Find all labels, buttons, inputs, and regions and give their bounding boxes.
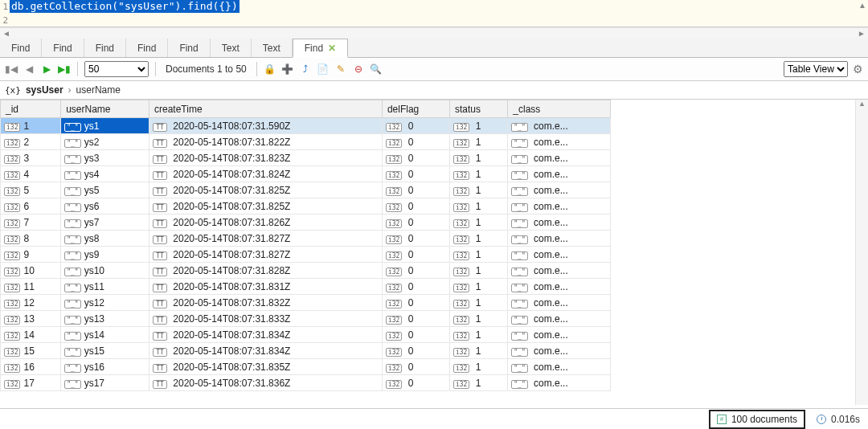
tab-find-3[interactable]: Find [126, 39, 168, 57]
table-row[interactable]: i328"_"ys8TT 2020-05-14T08:07:31.827Zi32… [1, 231, 611, 247]
type-badge-int: i32 [386, 364, 402, 373]
prev-page-button[interactable]: ◀ [23, 63, 35, 76]
type-badge-int: i32 [453, 316, 469, 325]
type-badge-int: i32 [453, 123, 469, 132]
table-row[interactable]: i322"_"ys2TT 2020-05-14T08:07:31.822Zi32… [1, 134, 611, 150]
type-badge-str: "_" [64, 284, 80, 292]
type-badge-int: i32 [4, 235, 20, 244]
type-badge-int: i32 [453, 235, 469, 244]
object-icon: {x} [5, 85, 21, 96]
type-badge-int: i32 [453, 284, 469, 292]
search-icon[interactable]: 🔍 [370, 63, 383, 76]
breadcrumb-field[interactable]: userName [76, 84, 121, 96]
type-badge-int: i32 [386, 268, 402, 276]
clock-icon [817, 415, 826, 424]
tab-find-0[interactable]: Find [0, 39, 42, 57]
edit-icon[interactable]: ✎ [334, 63, 347, 76]
table-row[interactable]: i3211"_"ys11TT 2020-05-14T08:07:31.831Zi… [1, 279, 611, 295]
type-badge-str: "_" [64, 364, 80, 373]
column-header-status[interactable]: status [449, 100, 507, 118]
type-badge-int: i32 [386, 203, 402, 212]
status-bar: # 100 documents 0.016s [0, 408, 868, 429]
type-badge-int: i32 [4, 284, 20, 292]
column-header-userName[interactable]: userName [61, 100, 149, 118]
type-badge-int: i32 [386, 123, 402, 132]
type-badge-date: TT [153, 284, 167, 292]
table-row[interactable]: i323"_"ys3TT 2020-05-14T08:07:31.823Zi32… [1, 150, 611, 166]
type-badge-str: "_" [511, 219, 527, 228]
table-row[interactable]: i325"_"ys5TT 2020-05-14T08:07:31.825Zi32… [1, 182, 611, 198]
table-row[interactable]: i3210"_"ys10TT 2020-05-14T08:07:31.828Zi… [1, 263, 611, 279]
table-row[interactable]: i321"_"ys1TT 2020-05-14T08:07:31.590Zi32… [1, 118, 611, 134]
column-header-createTime[interactable]: createTime [149, 100, 383, 118]
type-badge-int: i32 [4, 364, 20, 373]
type-badge-date: TT [153, 171, 167, 180]
type-badge-date: TT [153, 155, 167, 164]
type-badge-int: i32 [4, 139, 20, 148]
type-badge-int: i32 [453, 171, 469, 180]
lock-icon[interactable]: 🔒 [264, 63, 276, 76]
page-size-select[interactable]: 50 [84, 61, 149, 77]
type-badge-int: i32 [453, 348, 469, 357]
table-row[interactable]: i3214"_"ys14TT 2020-05-14T08:07:31.834Zi… [1, 327, 611, 343]
close-tab-icon[interactable]: ✕ [328, 43, 336, 54]
type-badge-int: i32 [4, 300, 20, 308]
table-row[interactable]: i3216"_"ys16TT 2020-05-14T08:07:31.835Zi… [1, 359, 611, 375]
type-badge-int: i32 [386, 251, 402, 260]
table-row[interactable]: i3212"_"ys12TT 2020-05-14T08:07:31.832Zi… [1, 295, 611, 311]
type-badge-int: i32 [453, 155, 469, 164]
tab-find-7[interactable]: Find✕ [293, 39, 348, 58]
type-badge-str: "_" [511, 251, 527, 260]
type-badge-int: i32 [453, 187, 469, 196]
result-grid-scroll[interactable]: _iduserNamecreateTimedelFlagstatus_class… [0, 100, 868, 405]
tab-find-1[interactable]: Find [42, 39, 84, 57]
table-row[interactable]: i324"_"ys4TT 2020-05-14T08:07:31.824Zi32… [1, 166, 611, 182]
tab-text-6[interactable]: Text [252, 39, 293, 57]
column-header-delFlag[interactable]: delFlag [382, 100, 449, 118]
type-badge-date: TT [153, 251, 167, 260]
table-row[interactable]: i329"_"ys9TT 2020-05-14T08:07:31.827Zi32… [1, 247, 611, 263]
table-row[interactable]: i327"_"ys7TT 2020-05-14T08:07:31.826Zi32… [1, 214, 611, 231]
type-badge-int: i32 [453, 139, 469, 148]
type-badge-date: TT [153, 139, 167, 148]
tab-find-4[interactable]: Find [168, 39, 210, 57]
breadcrumb-collection[interactable]: sysUser [26, 84, 63, 96]
tab-find-2[interactable]: Find [84, 39, 126, 57]
type-badge-str: "_" [511, 235, 527, 244]
query-line-1[interactable]: db.getCollection("sysUser").find({}) [10, 0, 240, 13]
type-badge-str: "_" [511, 171, 527, 180]
type-badge-int: i32 [386, 155, 402, 164]
next-page-button[interactable]: ▶ [40, 63, 53, 76]
view-mode-select[interactable]: Table View [784, 61, 848, 77]
gear-icon[interactable]: ⚙ [853, 63, 863, 76]
grid-vscrollbar[interactable] [855, 100, 868, 405]
column-header-_class[interactable]: _class [508, 100, 611, 118]
tab-text-5[interactable]: Text [211, 39, 252, 57]
table-row[interactable]: i3213"_"ys13TT 2020-05-14T08:07:31.833Zi… [1, 311, 611, 327]
table-row[interactable]: i326"_"ys6TT 2020-05-14T08:07:31.825Zi32… [1, 198, 611, 214]
type-badge-int: i32 [4, 348, 20, 357]
type-badge-int: i32 [453, 268, 469, 276]
editor-hscrollbar[interactable] [0, 27, 868, 39]
copy-icon[interactable]: 📄 [317, 63, 330, 76]
type-badge-int: i32 [4, 251, 20, 260]
column-header-_id[interactable]: _id [1, 100, 61, 118]
table-row[interactable]: i3217"_"ys17TT 2020-05-14T08:07:31.836Zi… [1, 375, 611, 391]
breadcrumb[interactable]: {x} sysUser › userName [0, 81, 868, 100]
last-page-button[interactable]: ▶▮ [58, 63, 71, 76]
query-editor[interactable]: ▲ 1db.getCollection("sysUser").find({}) … [0, 0, 868, 27]
export-icon[interactable]: ⤴ [299, 63, 312, 76]
delete-icon[interactable]: ⊖ [352, 63, 365, 76]
type-badge-str: "_" [511, 380, 527, 389]
type-badge-str: "_" [64, 171, 80, 180]
type-badge-date: TT [153, 364, 167, 373]
scroll-up-icon[interactable]: ▲ [857, 0, 868, 10]
type-badge-str: "_" [64, 380, 80, 389]
type-badge-int: i32 [4, 171, 20, 180]
table-row[interactable]: i3215"_"ys15TT 2020-05-14T08:07:31.834Zi… [1, 343, 611, 359]
add-doc-icon[interactable]: ➕ [281, 63, 294, 76]
first-page-button[interactable]: ▮◀ [5, 63, 18, 76]
type-badge-int: i32 [4, 123, 20, 132]
type-badge-str: "_" [64, 316, 80, 325]
type-badge-str: "_" [511, 300, 527, 308]
